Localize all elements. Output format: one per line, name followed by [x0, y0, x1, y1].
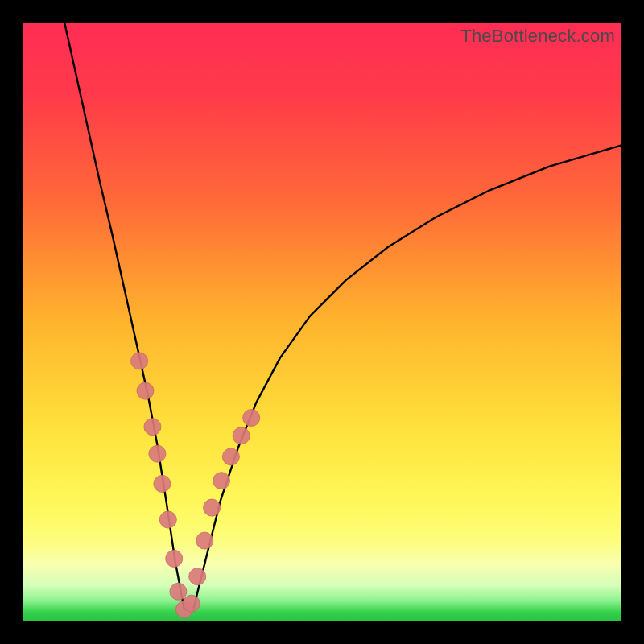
data-marker: [243, 410, 260, 427]
watermark-text: TheBottleneck.com: [460, 26, 615, 47]
data-marker: [166, 550, 183, 567]
data-marker: [144, 419, 161, 436]
data-marker: [154, 475, 171, 492]
data-marker: [233, 427, 250, 444]
data-marker: [170, 583, 187, 600]
data-marker: [159, 511, 176, 528]
plot-area: TheBottleneck.com: [23, 23, 621, 621]
data-marker: [137, 382, 154, 399]
gradient-background: [23, 23, 621, 621]
data-marker: [149, 445, 166, 462]
data-marker: [222, 448, 239, 465]
data-marker: [183, 595, 200, 612]
data-marker: [131, 353, 148, 369]
bottleneck-chart: [23, 23, 621, 621]
data-marker: [204, 499, 221, 516]
chart-frame: TheBottleneck.com: [0, 0, 644, 644]
data-marker: [189, 568, 206, 585]
data-marker: [213, 473, 230, 489]
data-marker: [196, 532, 213, 549]
